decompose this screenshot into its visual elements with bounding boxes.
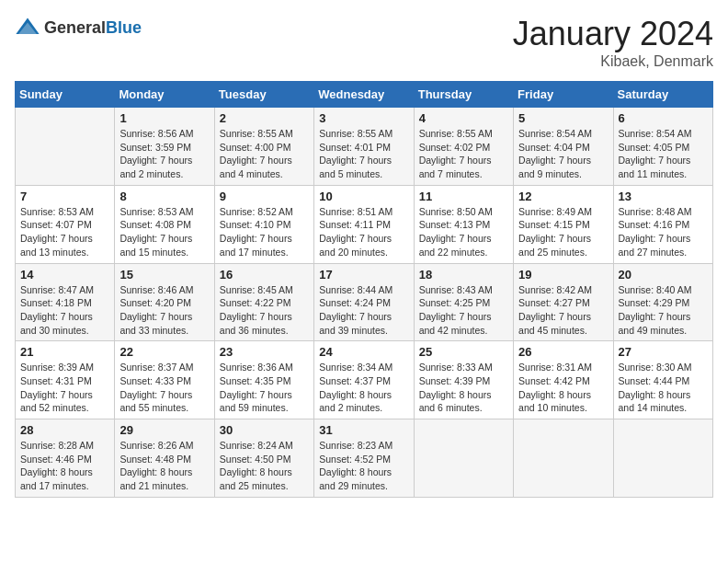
day-detail: Sunrise: 8:46 AMSunset: 4:20 PMDaylight:… <box>119 283 209 338</box>
day-number: 10 <box>319 190 408 203</box>
calendar-cell: 29Sunrise: 8:26 AMSunset: 4:48 PMDayligh… <box>115 419 214 498</box>
day-detail: Sunrise: 8:55 AMSunset: 4:02 PMDaylight:… <box>419 127 508 181</box>
calendar-week-row: 7Sunrise: 8:53 AMSunset: 4:07 PMDaylight… <box>16 185 713 263</box>
day-number: 20 <box>619 268 708 282</box>
calendar-cell <box>613 419 712 498</box>
day-number: 13 <box>619 190 708 203</box>
calendar-cell: 22Sunrise: 8:37 AMSunset: 4:33 PMDayligh… <box>115 341 214 419</box>
calendar-cell: 4Sunrise: 8:55 AMSunset: 4:02 PMDaylight… <box>414 108 513 186</box>
day-number: 19 <box>518 268 608 282</box>
day-number: 18 <box>419 268 508 282</box>
day-number: 6 <box>619 111 708 125</box>
day-number: 9 <box>220 190 309 203</box>
month-title: January 2024 <box>513 15 713 53</box>
day-number: 2 <box>220 111 309 125</box>
calendar-cell: 6Sunrise: 8:54 AMSunset: 4:05 PMDaylight… <box>613 108 712 186</box>
calendar-cell: 7Sunrise: 8:53 AMSunset: 4:07 PMDaylight… <box>16 185 115 263</box>
day-number: 1 <box>119 111 209 125</box>
day-number: 27 <box>619 345 708 359</box>
calendar-cell: 26Sunrise: 8:31 AMSunset: 4:42 PMDayligh… <box>514 341 613 419</box>
weekday-header-cell: Monday <box>115 82 214 108</box>
logo: GeneralBlue <box>15 15 142 40</box>
day-detail: Sunrise: 8:44 AMSunset: 4:24 PMDaylight:… <box>319 283 408 338</box>
day-detail: Sunrise: 8:43 AMSunset: 4:25 PMDaylight:… <box>419 283 508 338</box>
day-number: 12 <box>518 190 608 203</box>
day-detail: Sunrise: 8:51 AMSunset: 4:11 PMDaylight:… <box>319 205 408 259</box>
day-number: 15 <box>119 268 209 282</box>
calendar-week-row: 1Sunrise: 8:56 AMSunset: 3:59 PMDaylight… <box>16 108 713 186</box>
logo-icon <box>15 15 40 40</box>
day-number: 26 <box>518 345 608 359</box>
day-detail: Sunrise: 8:40 AMSunset: 4:29 PMDaylight:… <box>619 283 708 338</box>
day-detail: Sunrise: 8:23 AMSunset: 4:52 PMDaylight:… <box>319 439 408 493</box>
calendar-cell: 9Sunrise: 8:52 AMSunset: 4:10 PMDaylight… <box>214 185 313 263</box>
calendar-cell: 2Sunrise: 8:55 AMSunset: 4:00 PMDaylight… <box>214 108 313 186</box>
calendar-cell: 10Sunrise: 8:51 AMSunset: 4:11 PMDayligh… <box>314 185 414 263</box>
day-detail: Sunrise: 8:55 AMSunset: 4:01 PMDaylight:… <box>319 127 408 181</box>
calendar-cell: 19Sunrise: 8:42 AMSunset: 4:27 PMDayligh… <box>514 263 613 341</box>
day-number: 22 <box>119 345 209 359</box>
day-number: 5 <box>518 111 608 125</box>
day-detail: Sunrise: 8:49 AMSunset: 4:15 PMDaylight:… <box>518 205 608 259</box>
calendar-cell: 24Sunrise: 8:34 AMSunset: 4:37 PMDayligh… <box>314 341 414 419</box>
calendar-cell: 21Sunrise: 8:39 AMSunset: 4:31 PMDayligh… <box>16 341 115 419</box>
calendar-table: SundayMondayTuesdayWednesdayThursdayFrid… <box>15 81 713 498</box>
day-detail: Sunrise: 8:30 AMSunset: 4:44 PMDaylight:… <box>619 361 708 415</box>
day-number: 31 <box>319 423 408 437</box>
calendar-cell: 12Sunrise: 8:49 AMSunset: 4:15 PMDayligh… <box>514 185 613 263</box>
day-detail: Sunrise: 8:26 AMSunset: 4:48 PMDaylight:… <box>119 439 209 493</box>
weekday-header-cell: Friday <box>514 82 613 108</box>
day-number: 23 <box>220 345 309 359</box>
logo-general: General <box>44 18 106 37</box>
weekday-header-row: SundayMondayTuesdayWednesdayThursdayFrid… <box>16 82 713 108</box>
calendar-cell: 27Sunrise: 8:30 AMSunset: 4:44 PMDayligh… <box>613 341 712 419</box>
day-number: 30 <box>220 423 309 437</box>
day-number: 11 <box>419 190 508 203</box>
calendar-cell <box>414 419 513 498</box>
day-detail: Sunrise: 8:56 AMSunset: 3:59 PMDaylight:… <box>119 127 209 181</box>
day-number: 4 <box>419 111 508 125</box>
logo-text: GeneralBlue <box>44 18 142 38</box>
day-detail: Sunrise: 8:36 AMSunset: 4:35 PMDaylight:… <box>220 361 309 415</box>
day-detail: Sunrise: 8:31 AMSunset: 4:42 PMDaylight:… <box>518 361 608 415</box>
calendar-cell: 3Sunrise: 8:55 AMSunset: 4:01 PMDaylight… <box>314 108 414 186</box>
day-number: 21 <box>20 345 109 359</box>
calendar-cell: 14Sunrise: 8:47 AMSunset: 4:18 PMDayligh… <box>16 263 115 341</box>
calendar-cell: 25Sunrise: 8:33 AMSunset: 4:39 PMDayligh… <box>414 341 513 419</box>
calendar-week-row: 28Sunrise: 8:28 AMSunset: 4:46 PMDayligh… <box>16 419 713 498</box>
day-detail: Sunrise: 8:55 AMSunset: 4:00 PMDaylight:… <box>220 127 309 181</box>
weekday-header-cell: Saturday <box>613 82 712 108</box>
location-title: Kibaek, Denmark <box>513 53 713 70</box>
calendar-cell: 13Sunrise: 8:48 AMSunset: 4:16 PMDayligh… <box>613 185 712 263</box>
day-detail: Sunrise: 8:33 AMSunset: 4:39 PMDaylight:… <box>419 361 508 415</box>
day-detail: Sunrise: 8:24 AMSunset: 4:50 PMDaylight:… <box>220 439 309 493</box>
day-detail: Sunrise: 8:53 AMSunset: 4:07 PMDaylight:… <box>20 205 109 259</box>
day-detail: Sunrise: 8:39 AMSunset: 4:31 PMDaylight:… <box>20 361 109 415</box>
day-number: 8 <box>119 190 209 203</box>
calendar-cell: 18Sunrise: 8:43 AMSunset: 4:25 PMDayligh… <box>414 263 513 341</box>
day-number: 3 <box>319 111 408 125</box>
day-number: 25 <box>419 345 508 359</box>
calendar-cell: 8Sunrise: 8:53 AMSunset: 4:08 PMDaylight… <box>115 185 214 263</box>
day-detail: Sunrise: 8:28 AMSunset: 4:46 PMDaylight:… <box>20 439 109 493</box>
day-detail: Sunrise: 8:54 AMSunset: 4:05 PMDaylight:… <box>619 127 708 181</box>
logo-blue: Blue <box>106 18 142 37</box>
calendar-cell: 15Sunrise: 8:46 AMSunset: 4:20 PMDayligh… <box>115 263 214 341</box>
calendar-cell: 1Sunrise: 8:56 AMSunset: 3:59 PMDaylight… <box>115 108 214 186</box>
weekday-header-cell: Tuesday <box>214 82 313 108</box>
calendar-cell: 11Sunrise: 8:50 AMSunset: 4:13 PMDayligh… <box>414 185 513 263</box>
day-detail: Sunrise: 8:54 AMSunset: 4:04 PMDaylight:… <box>518 127 608 181</box>
day-number: 29 <box>119 423 209 437</box>
day-detail: Sunrise: 8:42 AMSunset: 4:27 PMDaylight:… <box>518 283 608 338</box>
day-number: 24 <box>319 345 408 359</box>
calendar-cell: 20Sunrise: 8:40 AMSunset: 4:29 PMDayligh… <box>613 263 712 341</box>
calendar-cell: 5Sunrise: 8:54 AMSunset: 4:04 PMDaylight… <box>514 108 613 186</box>
day-detail: Sunrise: 8:52 AMSunset: 4:10 PMDaylight:… <box>220 205 309 259</box>
page-header: GeneralBlue January 2024 Kibaek, Denmark <box>15 15 713 70</box>
calendar-cell: 23Sunrise: 8:36 AMSunset: 4:35 PMDayligh… <box>214 341 313 419</box>
title-block: January 2024 Kibaek, Denmark <box>513 15 713 70</box>
calendar-cell: 17Sunrise: 8:44 AMSunset: 4:24 PMDayligh… <box>314 263 414 341</box>
calendar-cell <box>16 108 115 186</box>
weekday-header-cell: Sunday <box>16 82 115 108</box>
calendar-cell: 16Sunrise: 8:45 AMSunset: 4:22 PMDayligh… <box>214 263 313 341</box>
